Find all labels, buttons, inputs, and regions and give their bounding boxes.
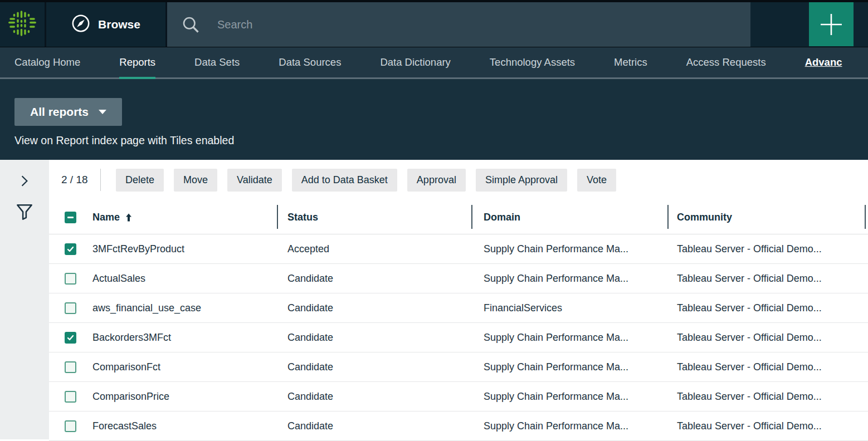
- plus-icon: [818, 12, 844, 37]
- row-domain: FinancialServices: [471, 302, 667, 314]
- toolbar-button[interactable]: Simple Approval: [476, 169, 567, 192]
- search-input[interactable]: [217, 18, 719, 31]
- row-checkbox[interactable]: [65, 243, 76, 255]
- row-domain: Supply Chain Performance Ma...: [471, 332, 667, 344]
- check-icon: [67, 246, 74, 253]
- toolbar-button[interactable]: Delete: [116, 169, 164, 192]
- toolbar-divider: [100, 169, 101, 191]
- row-community: Tableau Server - Official Demo...: [667, 243, 865, 255]
- chevron-down-icon: [99, 110, 106, 114]
- row-community: Tableau Server - Official Demo...: [667, 391, 865, 403]
- indeterminate-icon: [67, 214, 74, 221]
- top-bar: Browse: [0, 0, 868, 47]
- table-row: aws_financial_use_case Candidate Financi…: [49, 293, 868, 323]
- view-header: All reports View on Report index page wi…: [0, 79, 868, 160]
- row-domain: Supply Chain Performance Ma...: [471, 243, 667, 255]
- column-header-domain[interactable]: Domain: [471, 200, 667, 234]
- row-status: Candidate: [277, 361, 471, 373]
- row-community: Tableau Server - Official Demo...: [667, 273, 865, 285]
- nav-tab-label: Data Sources: [279, 56, 341, 68]
- create-asset-button[interactable]: [809, 2, 854, 46]
- compass-icon: [71, 14, 90, 35]
- row-community: Tableau Server - Official Demo...: [667, 420, 865, 432]
- row-status: Accepted: [277, 243, 471, 255]
- row-status: Candidate: [277, 302, 471, 314]
- table-row: ComparisonPrice Candidate Supply Chain P…: [49, 382, 868, 411]
- column-header-community[interactable]: Community: [667, 200, 865, 234]
- nav-tab[interactable]: Data Sets: [194, 47, 240, 77]
- funnel-icon: [16, 204, 33, 220]
- table-body: 3MFctRevByProduct Accepted Supply Chain …: [49, 234, 868, 441]
- row-name[interactable]: ActualSales: [86, 273, 277, 285]
- nav-tab[interactable]: Data Sources: [279, 47, 341, 77]
- search-icon: [181, 14, 201, 35]
- row-status: Candidate: [277, 332, 471, 344]
- table-row: Backorders3MFct Candidate Supply Chain P…: [49, 323, 868, 352]
- nav-tab[interactable]: Catalog Home: [14, 47, 80, 77]
- nav-tab-label: Reports: [119, 56, 155, 68]
- row-checkbox[interactable]: [65, 332, 76, 344]
- nav-tab-label: Data Dictionary: [380, 56, 450, 68]
- nav-tab[interactable]: Reports: [119, 47, 155, 77]
- nav-tab-label: Data Sets: [194, 56, 240, 68]
- catalog-nav: Catalog Home Reports Data Sets Data Sour…: [0, 47, 868, 79]
- row-domain: Supply Chain Performance Ma...: [471, 361, 667, 373]
- nav-tab[interactable]: Data Dictionary: [380, 47, 450, 77]
- view-description: View on Report index page with Tiles ena…: [14, 134, 868, 147]
- table-header: Name Status Domain Community: [49, 200, 868, 234]
- nav-tab[interactable]: Metrics: [614, 47, 647, 77]
- toolbar-button[interactable]: Vote: [577, 169, 616, 192]
- column-header-status[interactable]: Status: [277, 200, 471, 234]
- row-name[interactable]: ForecastSales: [86, 420, 277, 432]
- nav-tab-label: Catalog Home: [14, 56, 80, 68]
- select-all-checkbox[interactable]: [65, 212, 76, 223]
- report-list: 2 / 18 DeleteMoveValidateAdd to Data Bas…: [49, 160, 868, 439]
- sort-ascending-icon: [125, 213, 132, 222]
- column-header-end: [865, 200, 868, 234]
- toolbar-button[interactable]: Validate: [227, 169, 282, 192]
- collibra-logo[interactable]: [0, 2, 45, 47]
- bulk-actions-toolbar: 2 / 18 DeleteMoveValidateAdd to Data Bas…: [49, 160, 868, 200]
- row-status: Candidate: [277, 391, 471, 403]
- table-row: ForecastSales Candidate Supply Chain Per…: [49, 411, 868, 441]
- row-name[interactable]: aws_financial_use_case: [86, 302, 277, 314]
- row-domain: Supply Chain Performance Ma...: [471, 420, 667, 432]
- row-community: Tableau Server - Official Demo...: [667, 302, 865, 314]
- row-name[interactable]: ComparisonFct: [86, 361, 277, 373]
- row-checkbox[interactable]: [65, 420, 76, 432]
- row-name[interactable]: 3MFctRevByProduct: [86, 243, 277, 255]
- column-header-name[interactable]: Name: [86, 200, 277, 234]
- row-domain: Supply Chain Performance Ma...: [471, 391, 667, 403]
- browse-label: Browse: [98, 18, 140, 31]
- nav-tab-label: Metrics: [614, 56, 647, 68]
- row-checkbox[interactable]: [65, 302, 76, 314]
- selection-counter: 2 / 18: [61, 174, 96, 186]
- toolbar-button[interactable]: Add to Data Basket: [292, 169, 397, 192]
- nav-tab[interactable]: Advanc: [805, 47, 842, 77]
- table-row: ActualSales Candidate Supply Chain Perfo…: [49, 264, 868, 293]
- view-selector-label: All reports: [30, 105, 89, 119]
- row-community: Tableau Server - Official Demo...: [667, 332, 865, 344]
- table-row: ComparisonFct Candidate Supply Chain Per…: [49, 352, 868, 382]
- toolbar-button[interactable]: Approval: [407, 169, 466, 192]
- row-community: Tableau Server - Official Demo...: [667, 361, 865, 373]
- toolbar-button[interactable]: Move: [174, 169, 217, 192]
- collibra-logo-icon: [8, 9, 37, 40]
- row-name[interactable]: ComparisonPrice: [86, 391, 277, 403]
- row-status: Candidate: [277, 420, 471, 432]
- filter-button[interactable]: [13, 201, 36, 223]
- expand-panel-button[interactable]: [13, 170, 36, 192]
- view-selector-button[interactable]: All reports: [14, 98, 122, 126]
- row-name[interactable]: Backorders3MFct: [86, 332, 277, 344]
- left-rail: [0, 160, 49, 439]
- nav-tab[interactable]: Access Requests: [686, 47, 766, 77]
- row-checkbox[interactable]: [65, 391, 76, 403]
- row-checkbox[interactable]: [65, 361, 76, 373]
- row-checkbox[interactable]: [65, 273, 76, 285]
- row-domain: Supply Chain Performance Ma...: [471, 273, 667, 285]
- nav-tab-label: Advanc: [805, 56, 842, 68]
- browse-button[interactable]: Browse: [46, 2, 165, 47]
- check-icon: [67, 334, 74, 341]
- row-status: Candidate: [277, 273, 471, 285]
- nav-tab[interactable]: Technology Assets: [490, 47, 575, 77]
